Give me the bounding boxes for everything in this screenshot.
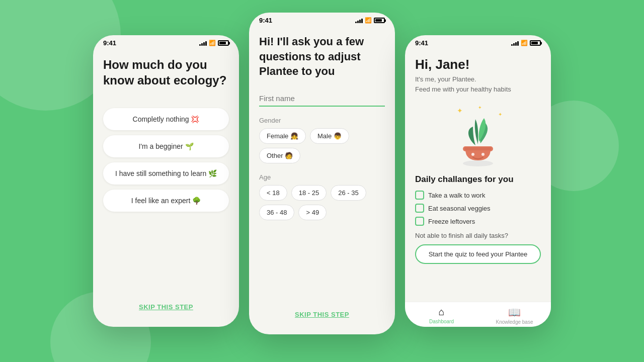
answer-btn-4[interactable]: I feel like an expert 🌳: [103, 190, 229, 212]
task-item-3: Freeze leftovers: [415, 217, 541, 226]
task-checkbox-3[interactable]: [415, 217, 424, 226]
svg-point-0: [463, 160, 493, 166]
dashboard-icon: ⌂: [438, 306, 444, 318]
signal-icon-right: [511, 41, 519, 46]
age-chip-18-25[interactable]: 18 - 25: [291, 185, 327, 201]
signal-icon-left: [199, 41, 207, 46]
task-checkbox-1[interactable]: [415, 191, 424, 200]
gender-other-chip[interactable]: Other 🧑: [259, 148, 300, 163]
task-label-1: Take a walk to work: [428, 192, 485, 199]
task-list: Take a walk to work Eat seasonal veggies…: [415, 191, 541, 226]
phone-center-content: Hi! I'll ask you a few questions to adju…: [249, 26, 395, 334]
phone-center: 9:41 📶 Hi! I'll ask you a few questions …: [249, 13, 395, 334]
battery-icon-right: [530, 40, 541, 46]
gender-chip-group: Female 👧 Male 👦 Other 🧑: [259, 128, 385, 163]
age-chip-26-35[interactable]: 26 - 35: [331, 185, 366, 201]
answer-btn-3[interactable]: I have still something to learn 🌿: [103, 162, 229, 185]
bottom-nav: ⌂ Dashboard 📖 Knowledge base: [405, 302, 551, 327]
nav-item-dashboard[interactable]: ⌂ Dashboard: [405, 306, 478, 325]
status-icons-center: 📶: [355, 17, 385, 24]
age-field: Age < 18 18 - 25 26 - 35 36 - 48 > 49: [259, 173, 385, 220]
greeting-subtitle: It's me, your Plantee. Feed me with your…: [415, 74, 541, 94]
knowledge-label: Knowledge base: [496, 319, 533, 325]
plant-illustration: ✦ ✦ ✦: [415, 104, 541, 169]
dashboard-label: Dashboard: [429, 319, 454, 324]
gender-female-chip[interactable]: Female 👧: [259, 128, 306, 144]
phone-right: 9:41 📶 Hi, Jane! It's me, your Plantee. …: [405, 35, 551, 327]
gender-label: Gender: [259, 117, 385, 124]
daily-challenges-title: Daily challanges for you: [415, 174, 541, 185]
greeting-title: Hi, Jane!: [415, 57, 541, 72]
wifi-icon-right: 📶: [521, 40, 528, 46]
gender-male-chip[interactable]: Male 👦: [310, 128, 349, 144]
status-time-center: 9:41: [259, 17, 272, 24]
first-name-input[interactable]: [259, 91, 385, 107]
answer-options: Completly nothing 💢 I'm a begginer 🌱 I h…: [103, 108, 229, 212]
signal-icon-center: [355, 18, 363, 23]
star-3: ✦: [478, 105, 482, 110]
skip-step-center[interactable]: SKIP THIS STEP: [259, 303, 385, 326]
task-label-2: Eat seasonal veggies: [428, 205, 491, 212]
quiz-prompt: Not able to finish all daily tasks?: [415, 232, 541, 239]
battery-icon-center: [374, 18, 385, 23]
status-time-right: 9:41: [415, 39, 428, 47]
gender-field: Gender Female 👧 Male 👦 Other 🧑: [259, 117, 385, 163]
status-time-left: 9:41: [103, 39, 116, 47]
task-item-1: Take a walk to work: [415, 191, 541, 200]
status-bar-right: 9:41 📶: [405, 35, 551, 49]
answer-btn-2[interactable]: I'm a begginer 🌱: [103, 135, 229, 157]
task-item-2: Eat seasonal veggies: [415, 204, 541, 213]
svg-rect-2: [464, 147, 492, 150]
quiz-button[interactable]: Start the quiz to feed your Plantee: [415, 244, 541, 264]
task-label-3: Freeze leftovers: [428, 218, 475, 225]
task-checkbox-2[interactable]: [415, 204, 424, 213]
age-chip-36-48[interactable]: 36 - 48: [259, 205, 294, 220]
age-chip-group-2: 36 - 48 > 49: [259, 205, 385, 220]
skip-step-left[interactable]: SKIP THIS STEP: [103, 295, 229, 319]
age-chip-over49[interactable]: > 49: [298, 205, 327, 220]
phone-left-content: How much do you know about ecology? Comp…: [93, 49, 239, 327]
onboarding-title: Hi! I'll ask you a few questions to adju…: [259, 34, 385, 79]
status-icons-right: 📶: [511, 40, 541, 46]
battery-icon-left: [218, 40, 229, 46]
svg-point-4: [481, 153, 485, 156]
wifi-icon-left: 📶: [209, 40, 216, 46]
question-title: How much do you know about ecology?: [103, 57, 229, 88]
age-chip-under18[interactable]: < 18: [259, 185, 287, 201]
star-2: ✦: [498, 112, 502, 117]
star-1: ✦: [457, 107, 463, 115]
first-name-field: [259, 91, 385, 107]
knowledge-icon: 📖: [508, 306, 521, 318]
phone-left: 9:41 📶 How much do you know about ecolog…: [93, 35, 239, 327]
phone-right-content: Hi, Jane! It's me, your Plantee. Feed me…: [405, 49, 551, 302]
wifi-icon-center: 📶: [365, 17, 372, 24]
status-icons-left: 📶: [199, 40, 229, 46]
svg-point-3: [471, 153, 474, 156]
phones-container: 9:41 📶 How much do you know about ecolog…: [93, 28, 551, 334]
status-bar-center: 9:41 📶: [249, 13, 395, 26]
age-label: Age: [259, 173, 385, 181]
age-chip-group: < 18 18 - 25 26 - 35: [259, 185, 385, 201]
plant-svg: ✦ ✦ ✦: [448, 104, 508, 169]
nav-item-knowledge[interactable]: 📖 Knowledge base: [478, 306, 551, 325]
answer-btn-1[interactable]: Completly nothing 💢: [103, 108, 229, 130]
status-bar-left: 9:41 📶: [93, 35, 239, 49]
